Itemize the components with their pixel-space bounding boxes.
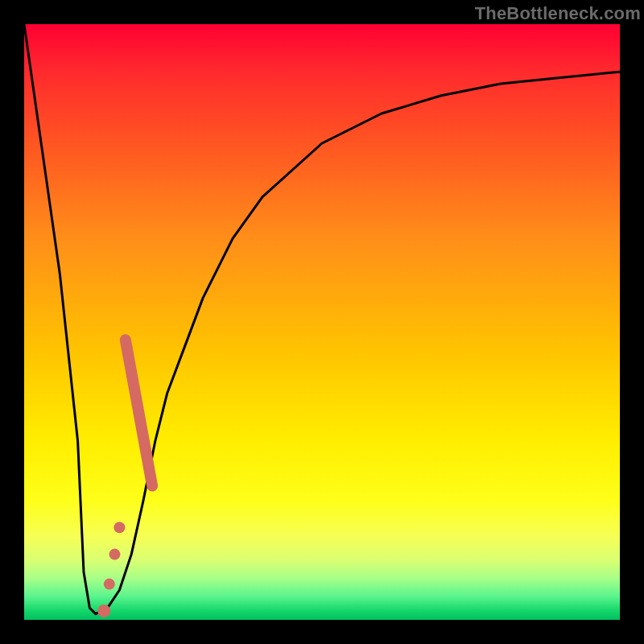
chart-svg [24,24,620,620]
watermark-text: TheBottleneck.com [475,3,641,24]
chart-frame: TheBottleneck.com [0,0,644,644]
marker-dot [114,522,125,533]
marker-dot [97,605,110,617]
band-segment [126,340,152,485]
bottleneck-curve-line [24,24,620,614]
marker-dot [109,549,120,560]
marker-dot [104,579,115,590]
plot-area [24,24,620,620]
